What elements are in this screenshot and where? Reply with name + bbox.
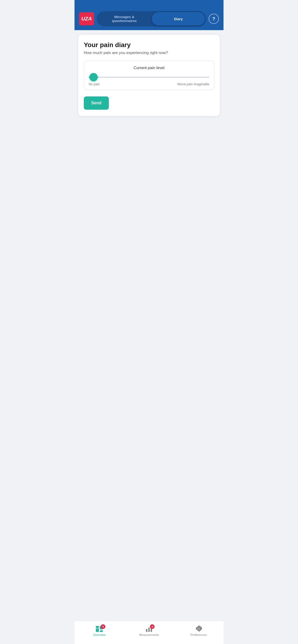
tab-messages[interactable]: Messages & questionnaires (98, 12, 151, 26)
overview-icon-container: 4 (96, 626, 103, 632)
svg-rect-0 (96, 628, 99, 632)
nav-item-preferences[interactable]: Preferences (174, 624, 223, 638)
preferences-label: Preferences (191, 633, 207, 636)
measurements-icon-container: 4 (146, 626, 152, 632)
preferences-gear-icon (195, 626, 202, 632)
svg-rect-5 (148, 628, 150, 632)
pain-level-box: Current pain level No pain Worst pain im… (84, 61, 214, 90)
bottom-nav: 4 Overview 4 Measurements Preferences (75, 621, 223, 644)
send-button[interactable]: Send (84, 96, 109, 110)
slider-labels: No pain Worst pain imaginable (89, 82, 209, 86)
tab-diary[interactable]: Diary (152, 12, 205, 26)
main-content: Your pain diary How much pain are you ex… (75, 30, 223, 621)
preferences-icon-container (195, 626, 202, 632)
tab-switcher: Messages & questionnaires Diary (97, 11, 206, 26)
measurements-label: Measurements (139, 633, 159, 636)
nav-item-overview[interactable]: 4 Overview (75, 624, 124, 638)
slider-thumb (89, 73, 98, 81)
help-button[interactable]: ? (209, 14, 219, 24)
svg-rect-3 (100, 630, 103, 632)
pain-diary-card: Your pain diary How much pain are you ex… (78, 35, 220, 116)
pain-slider-container (89, 75, 209, 80)
uza-logo: UZA (79, 12, 94, 25)
pain-level-label: Current pain level (89, 66, 209, 70)
measurements-badge: 4 (150, 624, 155, 629)
slider-track (89, 77, 209, 78)
svg-rect-4 (146, 629, 147, 632)
svg-rect-1 (96, 626, 99, 628)
overview-badge: 4 (101, 624, 105, 629)
slider-max-label: Worst pain imaginable (177, 82, 209, 86)
slider-min-label: No pain (89, 82, 100, 86)
overview-label: Overview (93, 633, 106, 636)
nav-item-measurements[interactable]: 4 Measurements (124, 624, 174, 638)
pain-diary-title: Your pain diary (84, 41, 214, 49)
app-header: UZA Messages & questionnaires Diary ? (75, 0, 223, 30)
pain-diary-subtitle: How much pain are you experiencing right… (84, 50, 214, 55)
